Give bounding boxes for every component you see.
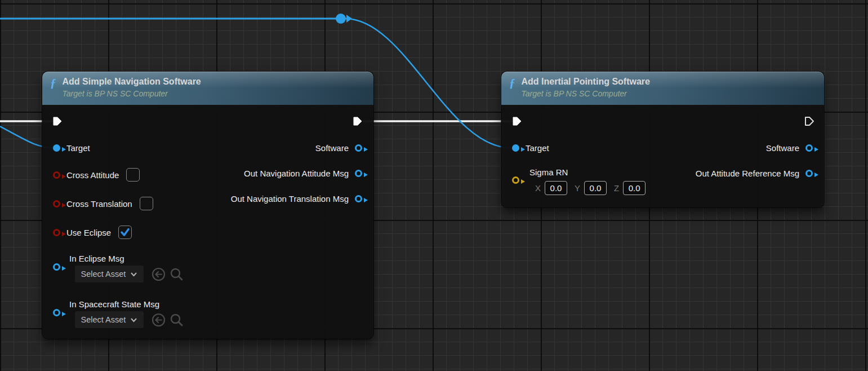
cross-translation-pin[interactable] xyxy=(53,200,60,207)
pin-label: Target xyxy=(66,143,90,153)
software-pin[interactable] xyxy=(805,144,813,152)
check-icon xyxy=(119,227,131,238)
function-icon: ƒ xyxy=(509,76,515,90)
pin-label: Target xyxy=(526,143,549,153)
cross-translation-checkbox[interactable] xyxy=(140,197,153,210)
use-selected-asset-icon[interactable] xyxy=(151,267,166,282)
in-eclipse-msg-pin[interactable] xyxy=(53,263,60,271)
exec-output-pin[interactable] xyxy=(352,116,363,127)
pin-label: Cross Attitude xyxy=(66,170,119,180)
pin-row-software: Software xyxy=(766,140,813,155)
use-eclipse-checkbox[interactable] xyxy=(118,226,132,239)
function-icon: ƒ xyxy=(50,76,56,90)
pin-label: Sigma RN xyxy=(529,167,568,177)
sigma-rn-y-field[interactable]: 0.0 xyxy=(584,181,607,195)
sigma-rn-z-field[interactable]: 0.0 xyxy=(623,181,646,195)
pin-label: Use Eclipse xyxy=(66,228,111,237)
target-pin[interactable] xyxy=(53,144,60,152)
reroute-node[interactable] xyxy=(336,14,346,24)
exec-input-pin[interactable] xyxy=(511,116,523,127)
reroute-node-arrow-icon xyxy=(346,15,352,23)
out-navigation-attitude-msg-pin[interactable] xyxy=(355,170,362,177)
node-add-inertial-pointing-software[interactable]: ƒ Add Inertial Pointing Software Target … xyxy=(501,72,824,207)
node-subtitle: Target is BP NS SC Computer xyxy=(63,89,201,98)
use-selected-asset-icon[interactable] xyxy=(151,312,166,328)
axis-y-label: Y xyxy=(575,183,580,193)
in-eclipse-msg-asset-control: Select Asset xyxy=(75,266,184,282)
sigma-rn-vector-inputs: X 0.0 Y 0.0 Z 0.0 xyxy=(535,181,649,195)
chevron-down-icon xyxy=(130,317,137,323)
node-add-simple-navigation-software[interactable]: ƒ Add Simple Navigation Software Target … xyxy=(42,72,373,339)
pin-label: Cross Translation xyxy=(66,199,132,209)
pin-row-software: Software xyxy=(315,140,362,155)
pin-label: Out Attitude Reference Msg xyxy=(696,169,799,178)
in-spacecraft-state-msg-pin[interactable] xyxy=(53,309,60,316)
pin-label: Out Navigation Attitude Msg xyxy=(244,169,349,178)
pin-row-cross-translation: Cross Translation xyxy=(53,196,153,211)
sigma-rn-x-field[interactable]: 0.0 xyxy=(545,181,567,195)
out-navigation-translation-msg-pin[interactable] xyxy=(355,195,362,202)
node-subtitle: Target is BP NS SC Computer xyxy=(522,89,650,98)
cross-attitude-checkbox[interactable] xyxy=(126,168,140,182)
pin-row-target: Target xyxy=(53,140,90,155)
pin-label: Software xyxy=(315,143,349,153)
axis-x-label: X xyxy=(535,183,541,193)
axis-z-label: Z xyxy=(614,183,619,193)
in-spacecraft-state-msg-asset-select[interactable]: Select Asset xyxy=(75,311,144,328)
node-header[interactable]: ƒ Add Inertial Pointing Software Target … xyxy=(501,72,824,105)
asset-select-label: Select Asset xyxy=(81,270,126,279)
pin-row-use-eclipse: Use Eclipse xyxy=(53,225,132,240)
pin-row-out-navigation-attitude-msg: Out Navigation Attitude Msg xyxy=(244,166,362,180)
sigma-rn-pin[interactable] xyxy=(512,176,519,184)
chevron-down-icon xyxy=(130,272,137,277)
node-title: Add Inertial Pointing Software xyxy=(522,76,650,87)
pin-row-out-navigation-translation-msg: Out Navigation Translation Msg xyxy=(231,191,362,206)
out-attitude-reference-msg-pin[interactable] xyxy=(805,170,813,177)
browse-asset-magnifier-icon[interactable] xyxy=(169,267,184,282)
pin-row-out-attitude-reference-msg: Out Attitude Reference Msg xyxy=(696,166,813,180)
pin-row-target: Target xyxy=(512,140,549,155)
blueprint-canvas[interactable]: ƒ Add Simple Navigation Software Target … xyxy=(0,0,868,371)
in-eclipse-msg-asset-select[interactable]: Select Asset xyxy=(75,266,144,282)
pin-label: In Eclipse Msg xyxy=(69,254,124,263)
node-header[interactable]: ƒ Add Simple Navigation Software Target … xyxy=(42,72,373,105)
exec-output-pin[interactable] xyxy=(804,116,815,127)
pin-label: In Spacecraft State Msg xyxy=(69,299,159,309)
use-eclipse-pin[interactable] xyxy=(53,229,60,236)
pin-label: Out Navigation Translation Msg xyxy=(231,194,349,204)
software-pin[interactable] xyxy=(355,144,362,152)
target-pin[interactable] xyxy=(512,144,519,152)
browse-asset-magnifier-icon[interactable] xyxy=(169,312,184,328)
cross-attitude-pin[interactable] xyxy=(53,171,60,179)
in-spacecraft-state-msg-asset-control: Select Asset xyxy=(75,311,184,328)
node-title: Add Simple Navigation Software xyxy=(63,76,201,87)
exec-input-pin[interactable] xyxy=(52,116,63,127)
asset-select-label: Select Asset xyxy=(81,315,126,324)
pin-row-cross-attitude: Cross Attitude xyxy=(53,167,140,182)
pin-label: Software xyxy=(766,143,799,153)
